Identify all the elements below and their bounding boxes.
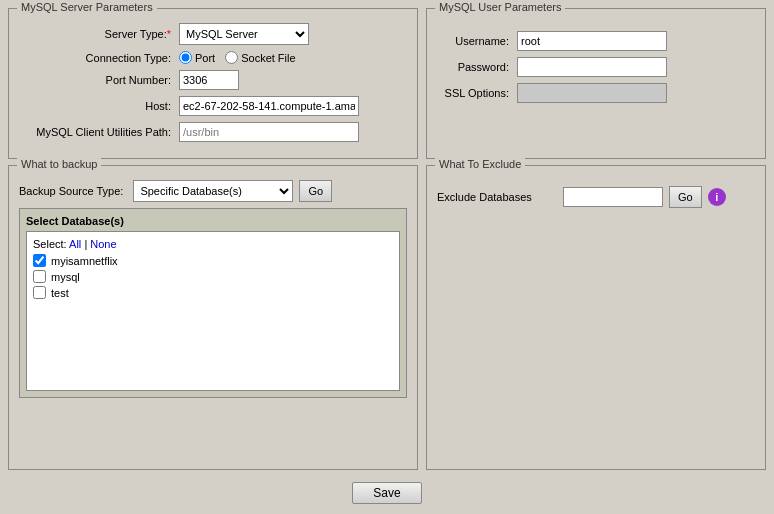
exclude-databases-label: Exclude Databases <box>437 191 557 203</box>
mysql-user-params-panel: MySQL User Parameters Username: Password… <box>426 8 766 159</box>
select-databases-title: Select Database(s) <box>26 215 400 227</box>
db-checkbox-myisamnetflix[interactable] <box>33 254 46 267</box>
db-name-myisamnetflix: myisamnetflix <box>51 255 118 267</box>
backup-source-select[interactable]: Specific Database(s) All Databases <box>133 180 293 202</box>
db-name-test: test <box>51 287 69 299</box>
connection-type-group: Port Socket File <box>179 51 296 64</box>
save-button[interactable]: Save <box>352 482 421 504</box>
port-number-label: Port Number: <box>19 74 179 86</box>
what-to-backup-legend: What to backup <box>17 158 101 170</box>
select-none-link[interactable]: None <box>90 238 116 250</box>
server-type-select-wrapper: MySQL Server <box>179 23 309 45</box>
host-input[interactable] <box>179 96 359 116</box>
db-checkbox-mysql[interactable] <box>33 270 46 283</box>
footer-row: Save <box>8 476 766 506</box>
username-label: Username: <box>437 35 517 47</box>
server-type-select[interactable]: MySQL Server <box>179 23 309 45</box>
select-all-link[interactable]: All <box>69 238 81 250</box>
host-label: Host: <box>19 100 179 112</box>
exclude-info-button[interactable]: i <box>708 188 726 206</box>
db-list-box: Select: All | None myisamnetflix mysql t… <box>26 231 400 391</box>
ssl-label: SSL Options: <box>437 87 517 99</box>
db-item-mysql: mysql <box>33 270 393 283</box>
select-all-row: Select: All | None <box>33 238 393 250</box>
select-databases-box: Select Database(s) Select: All | None my… <box>19 208 407 398</box>
password-input[interactable] <box>517 57 667 77</box>
db-item-myisamnetflix: myisamnetflix <box>33 254 393 267</box>
what-to-exclude-legend: What To Exclude <box>435 158 525 170</box>
db-name-mysql: mysql <box>51 271 80 283</box>
db-checkbox-test[interactable] <box>33 286 46 299</box>
server-type-label: Server Type:* <box>19 28 179 40</box>
exclude-go-button[interactable]: Go <box>669 186 702 208</box>
utilities-input[interactable] <box>179 122 359 142</box>
backup-go-button[interactable]: Go <box>299 180 332 202</box>
backup-source-label: Backup Source Type: <box>19 185 123 197</box>
exclude-databases-input[interactable] <box>563 187 663 207</box>
ssl-input <box>517 83 667 103</box>
what-to-backup-panel: What to backup Backup Source Type: Speci… <box>8 165 418 470</box>
connection-type-label: Connection Type: <box>19 52 179 64</box>
socket-radio[interactable] <box>225 51 238 64</box>
username-input[interactable] <box>517 31 667 51</box>
port-radio-label[interactable]: Port <box>179 51 215 64</box>
db-item-test: test <box>33 286 393 299</box>
password-label: Password: <box>437 61 517 73</box>
utilities-label: MySQL Client Utilities Path: <box>19 126 179 138</box>
exclude-databases-row: Exclude Databases Go i <box>437 186 755 208</box>
mysql-server-params-panel: MySQL Server Parameters Server Type:* My… <box>8 8 418 159</box>
what-to-exclude-panel: What To Exclude Exclude Databases Go i <box>426 165 766 470</box>
port-number-input[interactable] <box>179 70 239 90</box>
port-radio[interactable] <box>179 51 192 64</box>
socket-radio-label[interactable]: Socket File <box>225 51 295 64</box>
mysql-server-params-legend: MySQL Server Parameters <box>17 1 157 13</box>
mysql-user-params-legend: MySQL User Parameters <box>435 1 565 13</box>
